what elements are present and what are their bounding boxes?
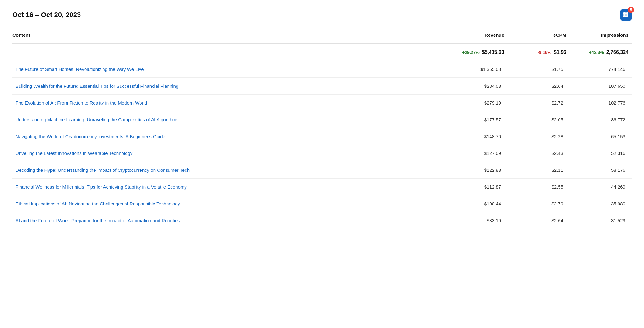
revenue-cell: $83.19: [442, 218, 504, 223]
ecpm-pct-change: -9.16%: [538, 50, 551, 55]
column-header-content[interactable]: Content: [12, 30, 445, 40]
ecpm-cell: $2.72: [504, 100, 566, 105]
content-link[interactable]: The Future of Smart Homes: Revolutionizi…: [16, 67, 144, 72]
data-table: Content ↓ Revenue eCPM Impressions +29.2…: [12, 30, 632, 229]
content-cell: Financial Wellness for Millennials: Tips…: [16, 184, 442, 190]
svg-rect-2: [623, 15, 626, 17]
ecpm-cell: $2.64: [504, 218, 566, 223]
content-link[interactable]: Understanding Machine Learning: Unraveli…: [16, 117, 178, 122]
revenue-cell: $148.70: [442, 134, 504, 139]
notification-badge: 5: [628, 7, 634, 13]
impressions-cell: 107,650: [566, 83, 628, 89]
revenue-pct-change: +29.27%: [462, 50, 480, 55]
impressions-cell: 31,529: [566, 218, 628, 223]
column-header-ecpm[interactable]: eCPM: [507, 30, 569, 40]
impressions-cell: 44,269: [566, 184, 628, 190]
content-link[interactable]: The Evolution of AI: From Fiction to Rea…: [16, 100, 147, 105]
content-cell: Ethical Implications of AI: Navigating t…: [16, 200, 442, 207]
content-cell: AI and the Future of Work: Preparing for…: [16, 217, 442, 224]
impressions-cell: 102,776: [566, 100, 628, 105]
column-header-revenue[interactable]: ↓ Revenue: [445, 30, 507, 40]
table-row: The Future of Smart Homes: Revolutionizi…: [12, 61, 632, 78]
revenue-cell: $1,355.08: [442, 67, 504, 72]
impressions-cell: 65,153: [566, 134, 628, 139]
date-range: Oct 16 – Oct 20, 2023: [12, 11, 81, 19]
impressions-cell: 52,316: [566, 151, 628, 156]
summary-ecpm: -9.16% $1.96: [504, 49, 566, 55]
ecpm-cell: $2.64: [504, 83, 566, 89]
content-cell: Understanding Machine Learning: Unraveli…: [16, 116, 442, 123]
revenue-total: $5,415.63: [482, 49, 504, 55]
content-link[interactable]: Unveiling the Latest Innovations in Wear…: [16, 151, 132, 156]
ecpm-cell: $2.11: [504, 167, 566, 173]
content-link[interactable]: AI and the Future of Work: Preparing for…: [16, 218, 180, 223]
summary-impressions: +42.3% 2,766,324: [566, 49, 628, 55]
content-link[interactable]: Building Wealth for the Future: Essentia…: [16, 83, 178, 89]
content-cell: The Future of Smart Homes: Revolutionizi…: [16, 66, 442, 73]
content-cell: Unveiling the Latest Innovations in Wear…: [16, 150, 442, 157]
summary-revenue: +29.27% $5,415.63: [442, 49, 504, 55]
revenue-cell: $177.57: [442, 117, 504, 122]
table-row: Ethical Implications of AI: Navigating t…: [12, 195, 632, 212]
table-row: Unveiling the Latest Innovations in Wear…: [12, 145, 632, 162]
table-row: Building Wealth for the Future: Essentia…: [12, 78, 632, 95]
ecpm-cell: $2.28: [504, 134, 566, 139]
column-header-impressions[interactable]: Impressions: [569, 30, 632, 40]
content-cell: Building Wealth for the Future: Essentia…: [16, 83, 442, 89]
svg-rect-1: [626, 12, 628, 15]
content-cell: Navigating the World of Cryptocurrency I…: [16, 133, 442, 140]
ecpm-total: $1.96: [554, 49, 566, 55]
content-link[interactable]: Financial Wellness for Millennials: Tips…: [16, 184, 187, 190]
ecpm-cell: $1.75: [504, 67, 566, 72]
content-cell: The Evolution of AI: From Fiction to Rea…: [16, 100, 442, 106]
revenue-cell: $100.44: [442, 201, 504, 206]
table-row: AI and the Future of Work: Preparing for…: [12, 212, 632, 229]
ecpm-cell: $2.43: [504, 151, 566, 156]
table-row: The Evolution of AI: From Fiction to Rea…: [12, 95, 632, 111]
impressions-cell: 86,772: [566, 117, 628, 122]
sort-down-icon: ↓: [480, 32, 482, 38]
table-row: Decoding the Hype: Understanding the Imp…: [12, 162, 632, 179]
content-cell: Decoding the Hype: Understanding the Imp…: [16, 167, 442, 173]
impressions-total: 2,766,324: [606, 49, 628, 55]
revenue-cell: $127.09: [442, 151, 504, 156]
ecpm-cell: $2.05: [504, 117, 566, 122]
page-header: Oct 16 – Oct 20, 2023 5: [12, 9, 632, 21]
revenue-cell: $284.03: [442, 83, 504, 89]
table-row: Financial Wellness for Millennials: Tips…: [12, 179, 632, 195]
impressions-cell: 774,146: [566, 67, 628, 72]
table-header: Content ↓ Revenue eCPM Impressions: [12, 30, 632, 44]
content-link[interactable]: Ethical Implications of AI: Navigating t…: [16, 201, 180, 206]
content-link[interactable]: Navigating the World of Cryptocurrency I…: [16, 134, 165, 139]
revenue-cell: $122.83: [442, 167, 504, 173]
svg-rect-3: [626, 15, 628, 17]
ecpm-cell: $2.55: [504, 184, 566, 190]
table-body: The Future of Smart Homes: Revolutionizi…: [12, 61, 632, 229]
revenue-cell: $279.19: [442, 100, 504, 105]
header-actions: 5: [620, 9, 632, 21]
impressions-cell: 35,980: [566, 201, 628, 206]
table-row: Understanding Machine Learning: Unraveli…: [12, 111, 632, 128]
table-row: Navigating the World of Cryptocurrency I…: [12, 128, 632, 145]
revenue-cell: $112.87: [442, 184, 504, 190]
summary-row: +29.27% $5,415.63 -9.16% $1.96 +42.3% 2,…: [12, 44, 632, 61]
impressions-cell: 58,176: [566, 167, 628, 173]
ecpm-cell: $2.79: [504, 201, 566, 206]
impressions-pct-change: +42.3%: [589, 50, 604, 55]
svg-rect-0: [623, 12, 626, 15]
content-link[interactable]: Decoding the Hype: Understanding the Imp…: [16, 167, 190, 173]
